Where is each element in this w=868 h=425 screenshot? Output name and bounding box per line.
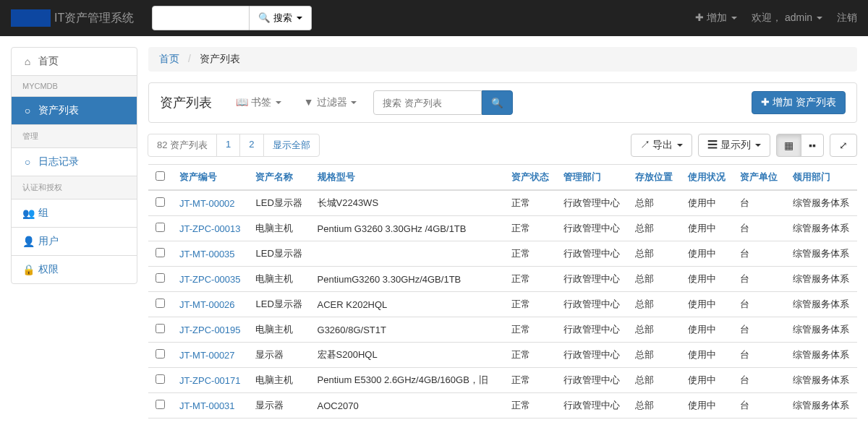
user-menu[interactable]: 欢迎， admin xyxy=(752,12,822,25)
asset-no-link[interactable]: JT-ZPC-00013 xyxy=(179,223,241,234)
sidebar-item-asset-list[interactable]: ○ 资产列表 xyxy=(12,97,137,125)
search-button[interactable]: 🔍 搜索 xyxy=(250,6,311,30)
cell-dept: 行政管理中心 xyxy=(556,368,628,393)
asset-no-link[interactable]: JT-MT-00002 xyxy=(179,198,235,209)
col-usage[interactable]: 使用状况 xyxy=(681,165,733,191)
sidebar-item-log[interactable]: ○ 日志记录 xyxy=(12,148,137,176)
cell-spec: ACER K202HQL xyxy=(310,292,504,317)
sidebar-item-home[interactable]: ⌂ 首页 xyxy=(12,48,137,76)
add-label: 增加 xyxy=(707,12,727,23)
asset-no-link[interactable]: JT-ZPC-00035 xyxy=(179,274,241,285)
col-location[interactable]: 存放位置 xyxy=(628,165,681,191)
columns-button[interactable]: ☰ 显示列 xyxy=(698,134,770,157)
row-checkbox[interactable] xyxy=(156,400,165,409)
col-unit[interactable]: 资产单位 xyxy=(733,165,786,191)
sidebar-item-label: 资产列表 xyxy=(38,104,79,117)
search-input[interactable] xyxy=(152,6,250,30)
welcome-text: 欢迎， xyxy=(752,12,782,23)
row-checkbox[interactable] xyxy=(156,273,165,283)
pagination: 82 资产列表 1 2 显示全部 xyxy=(148,134,320,157)
logout-link[interactable]: 注销 xyxy=(837,12,857,25)
col-dept[interactable]: 管理部门 xyxy=(556,165,628,191)
th-list-icon: ▦ xyxy=(784,139,793,151)
cell-receive-dept: 综管服务体系 xyxy=(786,317,857,343)
view-list-button[interactable]: ▦ xyxy=(776,134,801,157)
cell-unit: 台 xyxy=(733,241,786,267)
filter-label: 过滤器 xyxy=(317,96,347,108)
row-checkbox[interactable] xyxy=(156,223,165,232)
asset-no-link[interactable]: JT-MT-00027 xyxy=(179,350,235,361)
row-checkbox[interactable] xyxy=(156,248,165,257)
cell-dept: 行政管理中心 xyxy=(556,216,628,241)
sidebar-item-group[interactable]: 👥 组 xyxy=(12,199,137,228)
row-checkbox[interactable] xyxy=(156,324,165,333)
cell-dept: 行政管理中心 xyxy=(556,393,628,418)
export-button[interactable]: ↗ 导出 xyxy=(631,134,693,157)
cell-name: 电脑主机 xyxy=(248,216,310,241)
col-receive-dept[interactable]: 领用部门 xyxy=(786,165,857,191)
navbar-brand[interactable]: IT资产管理系统 xyxy=(11,9,134,27)
filter-button[interactable]: ▼ 过滤器 xyxy=(298,92,363,113)
navbar-right: ✚ 增加 欢迎， admin 注销 xyxy=(695,12,857,25)
cell-usage: 使用中 xyxy=(681,368,733,393)
global-search: 🔍 搜索 xyxy=(152,6,311,30)
cell-name: 电脑主机 xyxy=(248,368,310,393)
table-row: JT-ZPC-00171 电脑主机 Pentium E5300 2.6GHz/4… xyxy=(148,368,857,393)
page-2[interactable]: 2 xyxy=(239,134,263,157)
page-1[interactable]: 1 xyxy=(216,134,240,157)
navbar: IT资产管理系统 🔍 搜索 ✚ 增加 欢迎， admin 注销 xyxy=(0,0,868,36)
asset-no-link[interactable]: JT-ZPC-00171 xyxy=(179,375,241,386)
col-asset-no[interactable]: 资产编号 xyxy=(172,165,248,191)
list-search-button[interactable]: 🔍 xyxy=(482,90,513,115)
brand-text: IT资产管理系统 xyxy=(54,11,134,26)
col-asset-name[interactable]: 资产名称 xyxy=(248,165,310,191)
row-checkbox[interactable] xyxy=(156,299,165,308)
caret-icon xyxy=(297,17,302,20)
cell-name: 显示器 xyxy=(248,393,310,418)
asset-no-link[interactable]: JT-ZPC-00195 xyxy=(179,325,241,335)
view-toggle: ▦ ▪▪ xyxy=(776,134,824,157)
row-checkbox[interactable] xyxy=(156,349,165,359)
show-all[interactable]: 显示全部 xyxy=(263,134,320,157)
breadcrumb-home[interactable]: 首页 xyxy=(159,53,179,64)
asset-no-link[interactable]: JT-MT-00026 xyxy=(179,299,235,310)
toolbar: 资产列表 📖 书签 ▼ 过滤器 🔍 ✚ 增加 资产列表 xyxy=(148,82,857,123)
cell-status: 正常 xyxy=(504,216,557,241)
bookmark-button[interactable]: 📖 书签 xyxy=(230,92,287,113)
cell-spec xyxy=(310,241,504,267)
select-all-header[interactable] xyxy=(148,165,172,191)
cell-usage: 使用中 xyxy=(681,317,733,343)
add-menu[interactable]: ✚ 增加 xyxy=(695,12,737,25)
expand-icon: ⤢ xyxy=(839,139,848,151)
caret-icon xyxy=(677,144,683,147)
cell-spec: AOC2070 xyxy=(310,393,504,418)
cell-status: 正常 xyxy=(504,317,557,343)
sidebar-item-label: 用户 xyxy=(38,235,59,248)
cell-name: 显示器 xyxy=(248,343,310,368)
add-asset-button[interactable]: ✚ 增加 资产列表 xyxy=(752,91,846,114)
cell-receive-dept: 综管服务体系 xyxy=(786,418,857,426)
sidebar-item-perm[interactable]: 🔒 权限 xyxy=(12,256,137,283)
table-row: JT-MT-00031 显示器 AOC2070 正常 行政管理中心 总部 使用中… xyxy=(148,393,857,418)
row-checkbox[interactable] xyxy=(156,197,165,207)
list-search-input[interactable] xyxy=(373,90,482,115)
cell-location: 总部 xyxy=(628,292,681,317)
fullscreen-button[interactable]: ⤢ xyxy=(830,134,857,157)
sidebar-item-user[interactable]: 👤 用户 xyxy=(12,228,137,256)
row-checkbox[interactable] xyxy=(156,374,165,384)
asset-no-link[interactable]: JT-MT-00035 xyxy=(179,249,235,259)
col-spec[interactable]: 规格型号 xyxy=(310,165,504,191)
cell-unit: 台 xyxy=(733,317,786,343)
table-row: JT-ZPC-00195 电脑主机 G3260/8G/ST1T 正常 行政管理中… xyxy=(148,317,857,343)
plus-icon: ✚ xyxy=(761,96,770,108)
columns-label: 显示列 xyxy=(720,139,751,150)
col-status[interactable]: 资产状态 xyxy=(504,165,557,191)
sidebar-section-header: MYCMDB xyxy=(12,76,137,97)
filter-icon: ▼ xyxy=(304,96,314,108)
asset-no-link[interactable]: JT-MT-00031 xyxy=(179,400,235,411)
select-all-checkbox[interactable] xyxy=(156,171,165,181)
cell-location: 总部 xyxy=(628,190,681,216)
table-row: JT-ZPC-00003 电脑主机 奔腾E5300 2.6GHz/4GB/500… xyxy=(148,418,857,426)
cell-location: 总部 xyxy=(628,267,681,292)
view-grid-button[interactable]: ▪▪ xyxy=(801,134,824,157)
